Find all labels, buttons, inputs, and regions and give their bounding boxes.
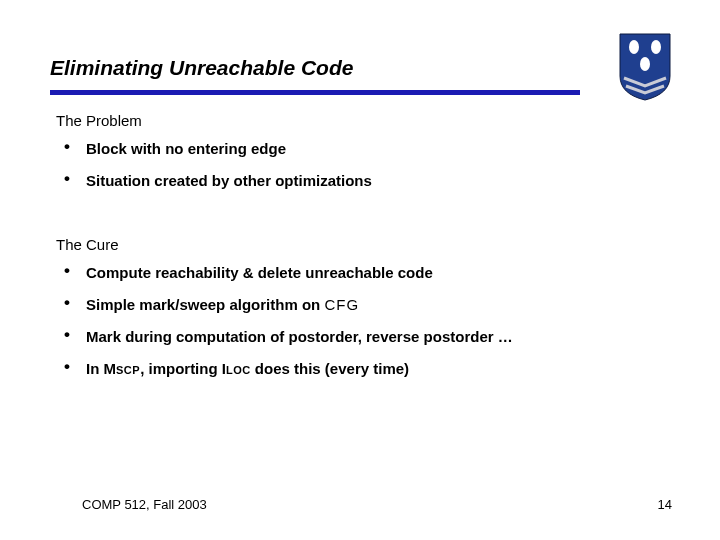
- svg-point-0: [629, 40, 639, 54]
- content-area: The Problem Block with no entering edge …: [56, 112, 660, 392]
- list-item: Compute reachability & delete unreachabl…: [64, 263, 660, 283]
- slide: Eliminating Unreachable Code The Problem…: [0, 0, 720, 540]
- svg-point-2: [640, 57, 650, 71]
- list-item-text: Situation created by other optimizations: [86, 172, 372, 189]
- crest-logo: [618, 32, 672, 102]
- list-item-text: Block with no entering edge: [86, 140, 286, 157]
- title-underline: [50, 90, 580, 95]
- problem-list: Block with no entering edge Situation cr…: [56, 139, 660, 192]
- slide-title: Eliminating Unreachable Code: [50, 56, 660, 80]
- list-item-text: Mark during computation of postorder, re…: [86, 328, 513, 345]
- list-item: Block with no entering edge: [64, 139, 660, 159]
- title-row: Eliminating Unreachable Code: [50, 56, 660, 80]
- list-item: Mark during computation of postorder, re…: [64, 327, 660, 347]
- section-label-cure: The Cure: [56, 236, 660, 253]
- list-item: Simple mark/sweep algorithm on CFG: [64, 295, 660, 315]
- svg-point-1: [651, 40, 661, 54]
- cure-list: Compute reachability & delete unreachabl…: [56, 263, 660, 380]
- list-item: Situation created by other optimizations: [64, 171, 660, 191]
- footer: COMP 512, Fall 2003 14: [82, 497, 672, 512]
- list-item-text: Compute reachability & delete unreachabl…: [86, 264, 433, 281]
- page-number: 14: [658, 497, 672, 512]
- section-label-problem: The Problem: [56, 112, 660, 129]
- list-item: In Mscp, importing Iloc does this (every…: [64, 359, 660, 379]
- footer-left: COMP 512, Fall 2003: [82, 497, 207, 512]
